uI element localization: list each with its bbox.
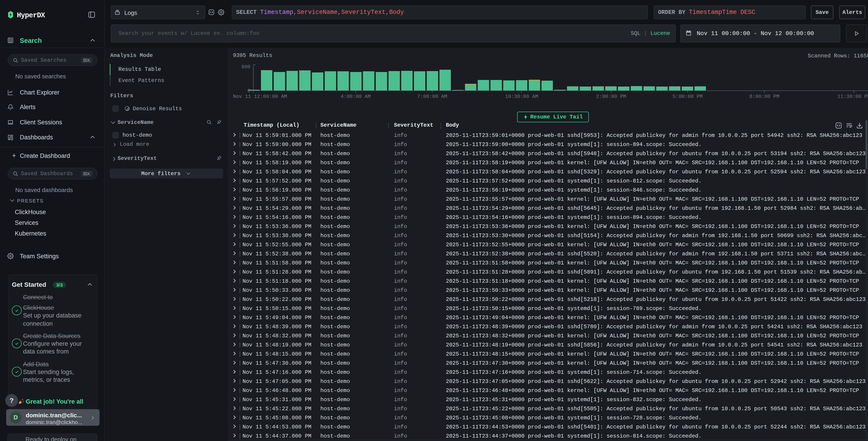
svg-text:600: 600 <box>241 64 250 70</box>
svg-text:0: 0 <box>248 88 250 94</box>
svg-text:4:00:00 AM: 4:00:00 AM <box>341 94 371 99</box>
svg-text:7:00:00 AM: 7:00:00 AM <box>417 94 447 99</box>
svg-text:8:00:00 PM: 8:00:00 PM <box>749 94 779 99</box>
svg-text:Nov 11 12:00:00 AM: Nov 11 12:00:00 AM <box>233 94 287 99</box>
svg-text:11:30:00 PM: 11:30:00 PM <box>837 94 868 99</box>
svg-text:10:30:00 AM: 10:30:00 AM <box>505 94 538 99</box>
svg-text:2:00:00 PM: 2:00:00 PM <box>596 94 626 99</box>
svg-text:5:00:00 PM: 5:00:00 PM <box>673 94 703 99</box>
